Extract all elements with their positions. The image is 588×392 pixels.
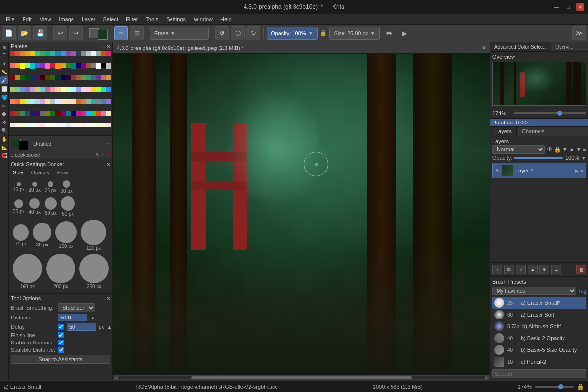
menu-image[interactable]: Image (55, 15, 78, 23)
qs-expand-icon[interactable]: ↕ (103, 162, 105, 167)
palette-color-cell[interactable] (15, 63, 20, 68)
palette-color-cell[interactable] (35, 99, 40, 104)
scroll-right-icon[interactable]: ▶ (485, 375, 489, 380)
palette-color-cell[interactable] (101, 51, 106, 56)
status-lock-icon[interactable]: 🔒 (577, 383, 584, 390)
palette-color-cell[interactable] (76, 75, 81, 80)
palette-color-cell[interactable] (91, 63, 96, 68)
qs-tab-opacity[interactable]: Opacity (29, 169, 51, 176)
tool-fill[interactable]: 🪣 (0, 93, 8, 101)
palette-color-cell[interactable] (76, 99, 81, 104)
palette-color-cell[interactable] (91, 87, 96, 92)
sub-edit-icon[interactable]: ✎ (96, 152, 99, 158)
menu-settings[interactable]: Settings (162, 15, 190, 23)
palette-color-cell[interactable] (106, 111, 111, 116)
palette-color-cell[interactable] (61, 75, 66, 80)
layer-move-down-icon[interactable]: ▼ (576, 146, 582, 153)
tab-overview[interactable]: Overvi... (551, 42, 578, 51)
palette-color-cell[interactable] (10, 99, 15, 104)
palette-color-cell[interactable] (76, 51, 81, 56)
palette-color-cell[interactable] (50, 63, 55, 68)
palette-color-cell[interactable] (61, 99, 66, 104)
palette-color-cell[interactable] (40, 99, 45, 104)
palette-color-cell[interactable] (40, 111, 45, 116)
open-button[interactable]: 📂 (18, 26, 31, 40)
palette-color-cell[interactable] (76, 111, 81, 116)
palette-color-cell[interactable] (10, 63, 15, 68)
palette-color-cell[interactable] (25, 51, 30, 56)
palette-color-cell[interactable] (76, 87, 81, 92)
tool-assistant[interactable]: 🧲 (0, 151, 8, 159)
tool-eraser[interactable]: ⬜ (0, 85, 8, 93)
bp-filter-dropdown[interactable]: My Favorites All Presets (492, 287, 576, 295)
palette-color-cell[interactable] (55, 99, 60, 104)
menu-edit[interactable]: Edit (19, 15, 36, 23)
size-control[interactable]: Size: 25.00 px ▼ (329, 27, 380, 40)
stabilize-sensors-checkbox[interactable] (58, 340, 64, 345)
palette-color-cell[interactable] (106, 51, 111, 56)
palette-color-cell[interactable] (15, 75, 20, 80)
palette-color-cell[interactable] (35, 87, 40, 92)
palette-color-cell[interactable] (30, 99, 35, 104)
delete-layer-button[interactable]: 🗑 (576, 265, 586, 274)
palette-color-cell[interactable] (30, 122, 35, 127)
maximize-button[interactable]: □ (564, 3, 572, 11)
palette-color-cell[interactable] (45, 87, 50, 92)
palette-color-cell[interactable] (20, 51, 25, 56)
palette-color-cell[interactable] (55, 51, 60, 56)
layer-item-x-icon[interactable]: ✕ (580, 168, 584, 173)
redo-button[interactable]: ↪ (69, 26, 83, 40)
close-button[interactable]: ✕ (576, 3, 584, 11)
palette-color-cell[interactable] (91, 111, 96, 116)
palette-color-cell[interactable] (50, 75, 55, 80)
menu-view[interactable]: View (36, 15, 55, 23)
qs-tab-size[interactable]: Size (11, 169, 25, 176)
palette-color-cell[interactable] (96, 111, 101, 116)
play-icon[interactable]: ▶ (397, 26, 411, 40)
palette-color-cell[interactable] (40, 122, 45, 127)
tool-bezier[interactable]: ✦ (0, 60, 8, 68)
palette-color-cell[interactable] (96, 122, 101, 127)
up-layer-button[interactable]: ▲ (528, 265, 538, 274)
palette-color-cell[interactable] (20, 111, 25, 116)
menu-help[interactable]: Help (217, 15, 236, 23)
palette-color-cell[interactable] (81, 87, 86, 92)
palette-close-icon[interactable]: ✕ (106, 44, 110, 49)
snap-to-assistants-button[interactable]: Snap to Assistants (11, 355, 110, 364)
palette-color-cell[interactable] (66, 111, 71, 116)
duplicate-layer-button[interactable]: ⧉ (504, 265, 514, 274)
palette-color-cell[interactable] (81, 111, 86, 116)
menu-window[interactable]: Window (190, 15, 217, 23)
palette-color-cell[interactable] (25, 111, 30, 116)
add-layer-button[interactable]: + (492, 265, 502, 274)
status-zoom-slider[interactable] (535, 386, 574, 388)
palette-color-cell[interactable] (45, 63, 50, 68)
foreground-color-btn[interactable] (89, 28, 99, 38)
palette-color-cell[interactable] (101, 75, 106, 80)
palette-color-cell[interactable] (61, 51, 66, 56)
palette-color-cell[interactable] (50, 99, 55, 104)
brush-item-60[interactable]: 60 px (61, 196, 75, 217)
palette-color-cell[interactable] (50, 87, 55, 92)
erase-dropdown[interactable]: Erase ▼ (150, 27, 209, 40)
palette-color-cell[interactable] (25, 99, 30, 104)
tool-transform[interactable]: ⊕ (0, 43, 8, 51)
palette-color-cell[interactable] (61, 63, 66, 68)
palette-color-cell[interactable] (91, 51, 96, 56)
brush-mode-button[interactable]: ✏ (114, 26, 128, 40)
brush-item-160[interactable]: 160 px (13, 254, 42, 289)
qs-tab-flow[interactable]: Flow (55, 169, 71, 176)
palette-color-cell[interactable] (86, 122, 91, 127)
palette-color-cell[interactable] (45, 75, 50, 80)
tab-advanced-color[interactable]: Advanced Color Selec... (490, 42, 551, 51)
distance-up-icon[interactable]: ▲ (90, 315, 95, 320)
palette-color-cell[interactable] (40, 87, 45, 92)
tool-brush[interactable]: 🖌 (0, 76, 8, 84)
scroll-left-icon[interactable]: ◀ (114, 375, 118, 380)
bp-item-eraser-soft[interactable]: 60 a) Eraser Soft (492, 309, 586, 320)
layer-filter-icon[interactable]: ▼ (562, 146, 568, 153)
palette-color-cell[interactable] (20, 99, 25, 104)
palette-scroll-icon[interactable]: ≡ (107, 141, 110, 147)
palette-expand-icon[interactable]: ↕ (103, 44, 105, 49)
palette-color-cell[interactable] (106, 63, 111, 68)
